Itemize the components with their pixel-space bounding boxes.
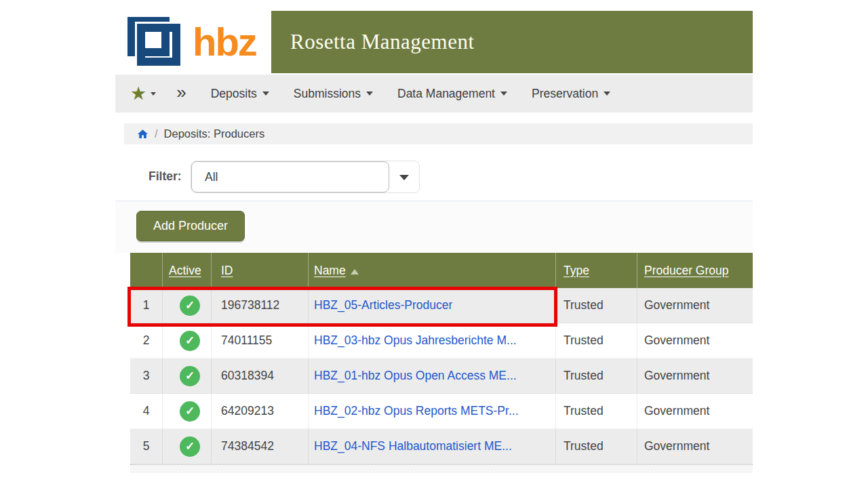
name-cell: HBZ_03-hbz Opus Jahresberichte M... [309,323,556,358]
header-cell-name: Name [309,253,556,288]
sort-asc-icon [351,269,359,274]
producers-table: Active ID Name Type Producer Group 1 ✓ 1… [130,253,753,473]
breadcrumb: / Deposits: Producers [124,123,753,144]
header-cell-id: ID [212,253,309,288]
caret-down-icon [604,92,610,96]
id-cell: 196738112 [212,288,309,323]
name-cell: HBZ_05-Articles-Producer [309,288,556,323]
select-caret-down-icon[interactable] [399,175,409,180]
type-cell: Trusted [556,394,637,428]
table-row: 5 ✓ 74384542 HBZ_04-NFS Halbautomatisier… [130,429,753,464]
table-row: 2 ✓ 74011155 HBZ_03-hbz Opus Jahresberic… [130,323,753,359]
active-cell: ✓ [163,359,212,393]
producer-name-link[interactable]: HBZ_03-hbz Opus Jahresberichte M... [314,333,517,348]
producer-name-link[interactable]: HBZ_05-Articles-Producer [314,298,452,312]
row-number: 3 [130,359,163,393]
name-cell: HBZ_01-hbz Opus Open Access ME... [309,359,556,393]
nav-item-deposits[interactable]: Deposits [211,87,269,101]
breadcrumb-separator: / [155,127,158,140]
row-number: 4 [130,394,163,428]
add-producer-button[interactable]: Add Producer [136,211,245,241]
active-cell: ✓ [163,288,212,323]
double-chevron-icon[interactable]: » [176,83,186,104]
star-caret-down-icon[interactable] [151,92,156,96]
column-header-active[interactable]: Active [169,264,201,278]
row-number: 2 [130,323,163,358]
caret-down-icon [500,92,507,96]
header-cell-active: Active [163,253,212,288]
star-icon[interactable]: ★ [130,85,146,103]
caret-down-icon [366,92,373,96]
producer-group-cell: Government [637,323,753,358]
filter-select-value[interactable]: All [191,161,389,192]
active-cell: ✓ [163,323,212,358]
breadcrumb-path: Deposits: Producers [164,127,265,140]
app-title: Rosetta Management [271,30,475,54]
column-header-id[interactable]: ID [221,264,233,278]
table-footer [130,464,753,473]
caret-down-icon [262,92,269,96]
type-cell: Trusted [556,288,637,323]
home-icon[interactable] [136,128,149,140]
check-circle-icon: ✓ [180,296,200,316]
producer-name-link[interactable]: HBZ_02-hbz Opus Reports METS-Pr... [314,404,519,418]
page: hbz Rosetta Management ★ » Deposits Subm… [0,0,868,488]
table-body: 1 ✓ 196738112 HBZ_05-Articles-Producer T… [130,288,753,464]
logo-square-front [137,24,180,66]
producer-group-cell: Government [637,288,753,323]
producer-group-cell: Government [637,394,753,428]
active-cell: ✓ [163,429,212,464]
id-cell: 74011155 [212,323,309,358]
id-cell: 60318394 [212,359,309,393]
check-circle-icon: ✓ [180,436,200,457]
row-number: 1 [130,288,163,323]
check-circle-icon: ✓ [180,366,200,386]
type-cell: Trusted [556,429,637,464]
column-header-type[interactable]: Type [564,264,589,278]
logo-area: hbz [115,11,271,73]
filter-label: Filter: [149,169,182,184]
main-nav: ★ » Deposits Submissions Data Management… [115,75,753,113]
header-cell-producer-group: Producer Group [637,253,753,288]
nav-item-data-management[interactable]: Data Management [397,87,507,101]
name-cell: HBZ_02-hbz Opus Reports METS-Pr... [309,394,556,428]
id-cell: 74384542 [212,429,309,464]
nav-item-label: Submissions [294,87,361,101]
header-cell-type: Type [556,253,637,288]
nav-item-submissions[interactable]: Submissions [294,87,373,101]
nav-item-label: Preservation [532,87,598,101]
producer-name-link[interactable]: HBZ_04-NFS Halbautomatisiert ME... [314,439,512,453]
header-cell-rownum [130,253,163,288]
action-strip: Add Producer [115,201,753,253]
table-row: 3 ✓ 60318394 HBZ_01-hbz Opus Open Access… [130,359,753,394]
producer-name-link[interactable]: HBZ_01-hbz Opus Open Access ME... [314,369,517,383]
name-cell: HBZ_04-NFS Halbautomatisiert ME... [309,429,556,464]
check-circle-icon: ✓ [180,401,200,422]
row-number: 5 [130,429,163,464]
table-row: 1 ✓ 196738112 HBZ_05-Articles-Producer T… [130,288,753,323]
column-header-producer-group[interactable]: Producer Group [644,264,729,278]
column-header-name[interactable]: Name [314,264,346,278]
type-cell: Trusted [556,359,637,393]
nav-item-preservation[interactable]: Preservation [532,87,610,101]
table-row: 4 ✓ 64209213 HBZ_02-hbz Opus Reports MET… [130,394,753,429]
table-header-row: Active ID Name Type Producer Group [130,253,753,288]
nav-item-label: Data Management [397,87,495,101]
active-cell: ✓ [163,394,212,428]
check-circle-icon: ✓ [180,331,200,351]
producer-group-cell: Government [637,359,753,393]
nav-item-label: Deposits [211,87,257,101]
filter-select[interactable]: All [191,161,420,193]
id-cell: 64209213 [212,394,309,428]
logo-text: hbz [193,16,256,68]
title-bar: Rosetta Management [271,11,753,73]
producer-group-cell: Government [637,429,753,464]
type-cell: Trusted [556,323,637,358]
hbz-logo-icon [126,16,189,68]
